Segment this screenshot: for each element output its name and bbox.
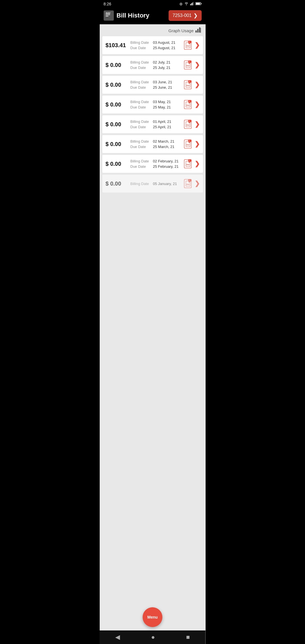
svg-rect-15 (197, 29, 199, 32)
bill-amount: $ 0.00 (106, 161, 128, 167)
billing-date-value: 02 March, 21 (153, 139, 175, 143)
bill-chevron[interactable]: ❯ (195, 42, 200, 49)
bill-item[interactable]: $ 0.00 Billing Date 05 January, 21 PDF i… (102, 174, 203, 193)
bill-dates: Billing Date 02 February, 21 Due Date 25… (128, 159, 183, 169)
billing-date-row: Billing Date 02 February, 21 (130, 159, 183, 163)
pdf-icon[interactable]: PDF i (183, 99, 193, 110)
billing-date-row: Billing Date 03 August, 21 (130, 40, 183, 45)
billing-date-row: Billing Date 03 June, 21 (130, 80, 183, 84)
svg-rect-16 (199, 27, 200, 32)
account-badge[interactable]: 7253-001 ❯ (169, 10, 202, 21)
pdf-icon[interactable]: PDF i (183, 179, 193, 189)
pdf-icon[interactable]: PDF i (183, 40, 193, 50)
home-button[interactable]: ● (145, 631, 160, 643)
bill-dates: Billing Date 03 May, 21 Due Date 25 May,… (128, 100, 183, 109)
bill-item[interactable]: $ 0.00 Billing Date 03 June, 21 Due Date… (102, 75, 203, 94)
bill-item[interactable]: $ 0.00 Billing Date 03 May, 21 Due Date … (102, 95, 203, 114)
bill-actions: PDF i ❯ (183, 40, 200, 50)
main-content: Graph Usage $103.41 Billing Date 03 Augu… (100, 24, 206, 644)
svg-text:PDF: PDF (186, 85, 189, 86)
svg-text:PDF: PDF (186, 105, 189, 106)
header: Bill History 7253-001 ❯ (100, 8, 206, 24)
billing-date-value: 02 July, 21 (153, 60, 171, 64)
bill-actions: PDF i ❯ (183, 159, 200, 169)
due-date-row: Due Date 25 May, 21 (130, 105, 183, 109)
pdf-icon[interactable]: PDF i (183, 139, 193, 149)
bill-item[interactable]: $ 0.00 Billing Date 02 February, 21 Due … (102, 155, 203, 173)
pdf-icon[interactable]: PDF i (183, 60, 193, 70)
bill-dates: Billing Date 03 June, 21 Due Date 25 Jun… (128, 80, 183, 90)
bill-chevron[interactable]: ❯ (195, 81, 200, 88)
billing-date-label: Billing Date (130, 40, 151, 45)
bill-item[interactable]: $ 0.00 Billing Date 02 March, 21 Due Dat… (102, 135, 203, 153)
due-date-value: 25 May, 21 (153, 105, 171, 109)
bill-item[interactable]: $ 0.00 Billing Date 02 July, 21 Due Date… (102, 56, 203, 74)
billing-date-row: Billing Date 05 January, 21 (130, 182, 183, 186)
billing-date-value: 03 May, 21 (153, 100, 171, 104)
bill-amount: $ 0.00 (106, 180, 128, 187)
bill-chevron[interactable]: ❯ (195, 180, 200, 187)
due-date-value: 25 February, 21 (153, 164, 179, 169)
svg-rect-9 (106, 14, 110, 15)
billing-date-value: 03 August, 21 (153, 40, 176, 45)
bill-chevron[interactable]: ❯ (195, 140, 200, 148)
due-date-row: Due Date 25 June, 21 (130, 85, 183, 90)
bill-amount: $ 0.00 (106, 101, 128, 108)
due-date-value: 25 August, 21 (153, 46, 176, 50)
due-date-label: Due Date (130, 125, 151, 129)
due-date-row: Due Date 25 March, 21 (130, 145, 183, 149)
bill-actions: PDF i ❯ (183, 119, 200, 129)
billing-date-value: 01 April, 21 (153, 119, 171, 124)
bill-amount: $ 0.00 (106, 62, 128, 68)
menu-fab-button[interactable]: Menu (143, 607, 162, 627)
bill-chevron[interactable]: ❯ (195, 121, 200, 128)
svg-text:i: i (189, 140, 189, 142)
bill-dates: Billing Date 05 January, 21 (128, 182, 183, 186)
account-number: 7253-001 (173, 13, 192, 18)
svg-text:PDF: PDF (186, 124, 189, 126)
due-date-row: Due Date 25 April, 21 (130, 125, 183, 129)
account-chevron: ❯ (193, 12, 198, 19)
status-time: 8:26 (104, 2, 111, 6)
bill-amount: $ 0.00 (106, 82, 128, 88)
svg-rect-4 (193, 2, 194, 5)
due-date-value: 25 July, 21 (153, 66, 171, 70)
bill-chevron[interactable]: ❯ (195, 61, 200, 69)
due-date-label: Due Date (130, 105, 151, 109)
bill-actions: PDF i ❯ (183, 99, 200, 110)
billing-date-label: Billing Date (130, 80, 151, 84)
due-date-label: Due Date (130, 46, 151, 50)
pdf-icon[interactable]: PDF i (183, 159, 193, 169)
bill-amount: $ 0.00 (106, 141, 128, 147)
graph-usage-link[interactable]: Graph Usage (168, 28, 193, 33)
bill-actions: PDF i ❯ (183, 139, 200, 149)
billing-date-label: Billing Date (130, 60, 151, 64)
nav-bar: ◀ ● ■ (100, 630, 206, 644)
svg-rect-12 (108, 12, 108, 14)
wifi-icon (184, 2, 189, 6)
pdf-icon[interactable]: PDF i (183, 80, 193, 90)
bill-dates: Billing Date 02 July, 21 Due Date 25 Jul… (128, 60, 183, 70)
billing-date-row: Billing Date 02 March, 21 (130, 139, 183, 143)
billing-date-label: Billing Date (130, 139, 151, 143)
bill-item[interactable]: $103.41 Billing Date 03 August, 21 Due D… (102, 36, 203, 55)
bill-actions: PDF i ❯ (183, 179, 200, 189)
due-date-value: 25 April, 21 (153, 125, 171, 129)
page-title: Bill History (117, 12, 149, 19)
bill-item[interactable]: $ 0.00 Billing Date 01 April, 21 Due Dat… (102, 115, 203, 134)
back-button[interactable]: ◀ (110, 631, 126, 643)
billing-date-label: Billing Date (130, 100, 151, 104)
bill-chevron[interactable]: ❯ (195, 101, 200, 108)
svg-rect-10 (106, 16, 108, 16)
bill-dates: Billing Date 02 March, 21 Due Date 25 Ma… (128, 139, 183, 149)
svg-text:i: i (189, 80, 189, 82)
billing-date-row: Billing Date 03 May, 21 (130, 100, 183, 104)
pdf-icon[interactable]: PDF i (183, 119, 193, 129)
due-date-row: Due Date 25 February, 21 (130, 164, 183, 169)
bill-chevron[interactable]: ❯ (195, 160, 200, 167)
svg-text:PDF: PDF (186, 164, 189, 166)
bill-list: $103.41 Billing Date 03 August, 21 Due D… (100, 36, 206, 193)
svg-rect-1 (190, 4, 191, 5)
recents-button[interactable]: ■ (180, 631, 195, 643)
svg-rect-14 (195, 31, 197, 32)
